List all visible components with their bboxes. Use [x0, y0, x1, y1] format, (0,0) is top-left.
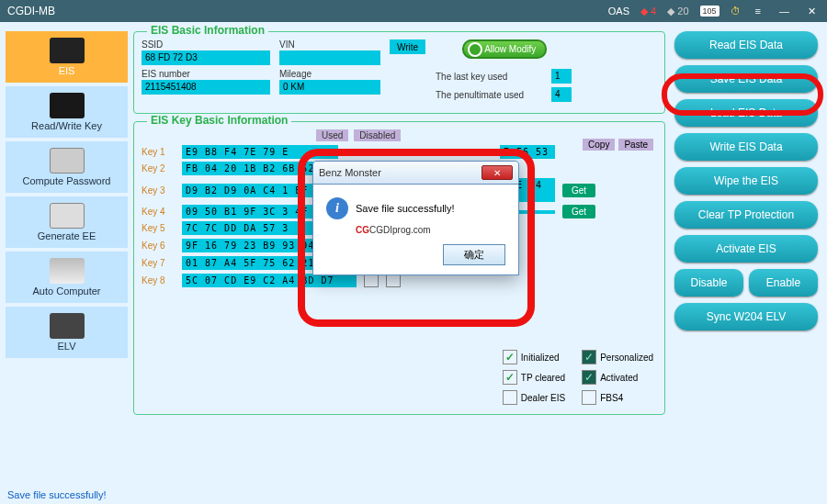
personalized-checkbox[interactable] — [582, 350, 596, 364]
close-button[interactable]: ✕ — [804, 6, 820, 17]
key-label: Key 5 — [142, 223, 175, 233]
sidebar-item-elv[interactable]: ELV — [6, 307, 128, 358]
date-badge: 105 — [700, 6, 719, 17]
key-label: Key 7 — [142, 258, 175, 268]
mileage-value: 0 KM — [279, 80, 380, 95]
disable-button[interactable]: Disable — [674, 269, 743, 297]
red-count: 4 — [651, 6, 656, 17]
eis-basic-info-fieldset: EIS Basic Information SSID68 FD 72 D3 VI… — [133, 31, 665, 114]
app-title: CGDI-MB — [7, 5, 608, 17]
printer-icon — [50, 203, 85, 229]
dialog-message: Save file successfully! — [356, 203, 455, 214]
key-label: Key 8 — [142, 275, 175, 286]
eis-icon — [50, 38, 85, 63]
key-label: Key 1 — [142, 147, 175, 157]
key-data: E9 B8 F4 7E 79 E — [182, 145, 338, 159]
sidebar-label: ELV — [58, 341, 76, 352]
dialog-logo: CGCGDIprog.com — [356, 225, 505, 235]
sidebar-item-read-write-key[interactable]: Read/Write Key — [6, 86, 128, 138]
clock-icon: ⏱ — [731, 6, 741, 17]
ssid-value: 68 FD 72 D3 — [142, 50, 270, 65]
basic-info-legend: EIS Basic Information — [147, 24, 268, 37]
fbs4-label: FBS4 — [600, 393, 623, 403]
used-header: Used — [316, 129, 348, 141]
sidebar-item-compute-password[interactable]: Compute Password — [6, 141, 128, 193]
activate-eis-button[interactable]: Activate EIS — [674, 235, 818, 263]
activated-label: Activated — [600, 373, 638, 383]
minimize-button[interactable]: — — [776, 6, 793, 17]
sidebar-label: Compute Password — [23, 175, 111, 186]
disabled-header: Disabled — [354, 129, 401, 141]
initialized-label: Initialized — [521, 353, 560, 363]
menu-icon[interactable]: ≡ — [752, 6, 765, 17]
key-label: Key 3 — [142, 185, 175, 196]
key-info-legend: EIS Key Basic Information — [147, 114, 291, 127]
auto-computer-icon — [50, 258, 85, 284]
dialog-title: Benz Monster — [319, 167, 381, 178]
dealer-eis-label: Dealer EIS — [521, 393, 565, 403]
key-label: Key 6 — [142, 241, 175, 251]
elv-icon — [50, 313, 85, 339]
write-eis-button[interactable]: Write EIS Data — [674, 133, 818, 161]
vin-value[interactable] — [279, 50, 380, 65]
penult-key-value: 4 — [551, 87, 572, 102]
action-panel: Read EIS Data Save EIS Data Load EIS Dat… — [671, 22, 827, 479]
sidebar-item-generate-ee[interactable]: Generate EE — [6, 196, 128, 248]
sidebar-item-eis[interactable]: EIS — [6, 31, 128, 83]
enable-button[interactable]: Enable — [749, 269, 818, 297]
key-row-1: Key 1E9 B8 F4 7E 79 E7 E6 53 — [142, 145, 657, 159]
dealer-eis-checkbox[interactable] — [503, 390, 517, 405]
info-icon: i — [326, 197, 348, 219]
key-ext: 7 E6 53 — [500, 145, 555, 159]
dialog-ok-button[interactable]: 确定 — [443, 244, 505, 265]
penult-key-label: The penultimate used — [436, 90, 546, 100]
ssid-label: SSID — [142, 39, 270, 50]
load-eis-button[interactable]: Load EIS Data — [674, 99, 818, 127]
write-button[interactable]: Write — [390, 39, 425, 54]
fbs4-checkbox[interactable] — [582, 390, 596, 405]
sidebar-label: EIS — [59, 65, 75, 76]
vin-label: VIN — [279, 39, 380, 50]
sync-elv-button[interactable]: Sync W204 ELV — [674, 303, 818, 330]
sidebar-label: Read/Write Key — [31, 120, 102, 131]
wipe-eis-button[interactable]: Wipe the EIS — [674, 167, 818, 195]
status-bar: Save file successfully! — [7, 489, 107, 500]
eis-number-value: 2115451408 — [142, 80, 270, 95]
titlebar: CGDI-MB OAS ◆ 4 ◆ 20 105 ⏱ ≡ — ✕ — [0, 0, 827, 22]
gray-count: 20 — [677, 6, 688, 17]
activated-checkbox[interactable] — [582, 370, 596, 385]
sidebar-label: Auto Computer — [33, 286, 101, 297]
key-label: Key 2 — [142, 163, 175, 174]
read-eis-button[interactable]: Read EIS Data — [674, 31, 818, 59]
last-key-label: The last key used — [436, 72, 546, 82]
copy-button[interactable]: Copy — [583, 139, 615, 151]
sidebar-label: Generate EE — [38, 230, 96, 241]
allow-modify-button[interactable]: Allow Modify — [462, 39, 547, 59]
dialog-close-button[interactable]: ✕ — [481, 165, 513, 180]
initialized-checkbox[interactable] — [503, 350, 517, 364]
get-button[interactable]: Get — [562, 184, 595, 197]
sidebar: EIS Read/Write Key Compute Password Gene… — [0, 22, 133, 479]
last-key-value: 1 — [551, 69, 572, 84]
personalized-label: Personalized — [600, 353, 653, 363]
paste-button[interactable]: Paste — [618, 139, 653, 151]
mileage-label: Mileage — [279, 69, 380, 79]
key-label: Key 4 — [142, 207, 175, 217]
tp-cleared-checkbox[interactable] — [503, 370, 517, 385]
brand-suffix: .com — [411, 225, 431, 235]
diamond-gray-icon: ◆ 20 — [667, 6, 688, 17]
dialog-titlebar: Benz Monster ✕ — [312, 161, 519, 185]
eis-number-label: EIS number — [142, 69, 270, 79]
clear-tp-button[interactable]: Clear TP Protection — [674, 201, 818, 229]
computer-icon — [50, 148, 85, 174]
key-icon — [50, 93, 85, 118]
oas-label: OAS — [608, 6, 629, 17]
status-area: Initialized Personalized TP cleared Acti… — [503, 350, 653, 405]
sidebar-item-auto-computer[interactable]: Auto Computer — [6, 252, 128, 303]
diamond-red-icon: ◆ 4 — [640, 6, 656, 17]
tp-cleared-label: TP cleared — [521, 373, 565, 383]
brand-text: CGDIprog — [369, 225, 411, 235]
get-button[interactable]: Get — [562, 205, 595, 218]
save-eis-button[interactable]: Save EIS Data — [674, 65, 818, 93]
titlebar-stats: OAS ◆ 4 ◆ 20 105 ⏱ ≡ — ✕ — [608, 6, 820, 17]
